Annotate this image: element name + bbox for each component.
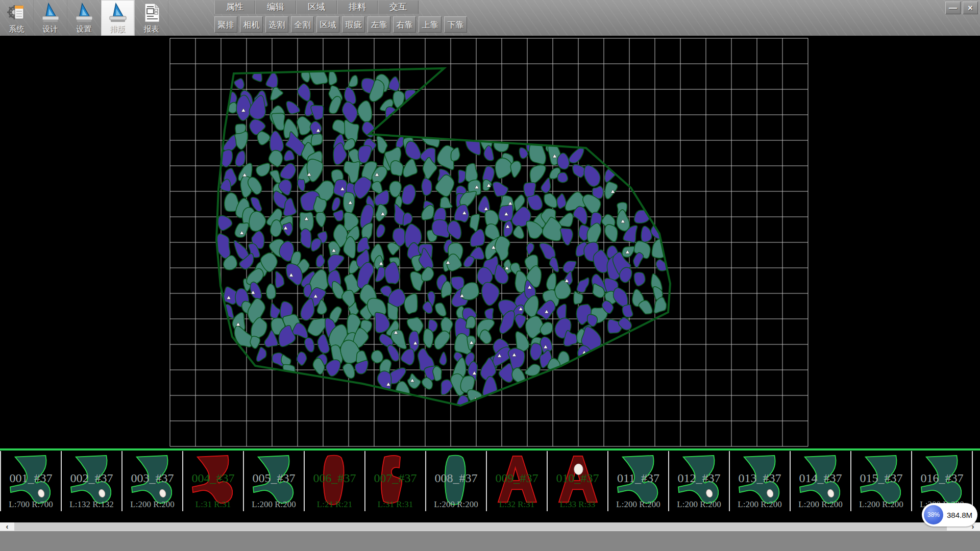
main-button-label: 系统 bbox=[9, 24, 24, 34]
piece-lr-label: L:200 R:200 bbox=[426, 499, 486, 510]
scrollbar-thumb[interactable] bbox=[14, 522, 947, 531]
main-button-label: 设置 bbox=[77, 24, 92, 34]
main-toolbar: 系统设计设置排版报表 bbox=[0, 0, 168, 36]
piece-id-label: 002_#37 bbox=[62, 471, 121, 485]
tool-button-select-cut[interactable]: 选割 bbox=[265, 16, 288, 33]
nested-pieces bbox=[215, 65, 668, 414]
piece-thumbnail[interactable]: 007_#37L:31 R:31 bbox=[365, 451, 426, 511]
set-square-icon bbox=[40, 3, 61, 23]
piece-id-label: 0 bbox=[973, 471, 980, 485]
piece-lr-label: L:200 R:200 bbox=[791, 499, 850, 510]
piece-lr-label: L:200 R:200 bbox=[122, 499, 182, 510]
tool-button-region[interactable]: 区域 bbox=[316, 16, 339, 33]
piece-lr-label: L:33 R:33 bbox=[548, 499, 607, 510]
tool-buttons: 聚排相机选割全割区域瑕疵左靠右靠上靠下靠 bbox=[214, 16, 470, 35]
piece-thumbnail[interactable]: 001_#37L:700 R:700 bbox=[0, 451, 62, 511]
piece-id-label: 009_#37 bbox=[487, 471, 547, 485]
piece-lr-label: L:32 R:31 bbox=[487, 499, 547, 510]
piece-thumbnail[interactable]: 008_#37L:200 R:200 bbox=[426, 451, 487, 511]
pieces-strip: 001_#37L:700 R:700002_#37L:132 R:132003_… bbox=[0, 448, 980, 522]
piece-id-label: 006_#37 bbox=[305, 471, 364, 485]
piece-thumbnail[interactable]: 006_#37L:21 R:21 bbox=[305, 451, 365, 511]
piece-id-label: 015_#37 bbox=[851, 471, 911, 485]
status-bar bbox=[0, 531, 980, 551]
piece-id-label: 016_#37 bbox=[912, 471, 972, 485]
main-button-design[interactable]: 设计 bbox=[34, 0, 67, 36]
piece-lr-label: L:200 R:200 bbox=[608, 499, 668, 510]
piece-lr-label: L:700 R:700 bbox=[1, 499, 61, 510]
piece-thumbnail[interactable]: 005_#37L:200 R:200 bbox=[244, 451, 305, 511]
piece-thumbnail[interactable]: 004_#37L:31 R:31 bbox=[183, 451, 244, 511]
tool-button-cut-all[interactable]: 全割 bbox=[291, 16, 314, 33]
gear-icon bbox=[6, 3, 28, 23]
piece-id-label: 011_#37 bbox=[608, 471, 668, 485]
piece-thumbnail[interactable]: 011_#37L:200 R:200 bbox=[608, 451, 669, 511]
menu-tab-interact[interactable]: 交互 bbox=[378, 1, 419, 14]
menu-area: 属性编辑区域排料交互 聚排相机选割全割区域瑕疵左靠右靠上靠下靠 bbox=[214, 0, 470, 36]
main-button-report[interactable]: 报表 bbox=[135, 0, 168, 36]
nesting-canvas[interactable] bbox=[0, 36, 980, 448]
piece-thumbnail[interactable]: 009_#37L:32 R:31 bbox=[487, 451, 548, 511]
main-button-label: 设计 bbox=[43, 24, 58, 34]
tool-button-cluster-nest[interactable]: 聚排 bbox=[214, 16, 237, 33]
main-button-settings[interactable]: 设置 bbox=[67, 0, 101, 36]
piece-lr-label: L:132 R:132 bbox=[62, 499, 121, 510]
report-icon bbox=[141, 3, 162, 23]
horizontal-scrollbar[interactable]: ‹ › bbox=[0, 522, 980, 531]
piece-thumbnail[interactable]: 015_#37L:200 R:200 bbox=[851, 451, 912, 511]
menu-tab-region[interactable]: 区域 bbox=[296, 1, 337, 14]
piece-id-label: 003_#37 bbox=[122, 471, 182, 485]
usage-badge: 38% 384.8M bbox=[922, 503, 977, 527]
piece-thumbnail[interactable]: 016_#37L:200 R:200 bbox=[912, 451, 973, 511]
tool-button-snap-right[interactable]: 右靠 bbox=[393, 16, 416, 33]
piece-thumbnail[interactable]: 012_#37L:200 R:200 bbox=[669, 451, 730, 511]
menu-tabs: 属性编辑区域排料交互 bbox=[214, 1, 470, 15]
piece-lr-label: L:200 R:200 bbox=[244, 499, 304, 510]
nesting-drawing bbox=[0, 36, 980, 448]
piece-thumbnail[interactable]: 014_#37L:200 R:200 bbox=[791, 451, 851, 511]
piece-thumbnail[interactable]: 013_#37L:200 R:200 bbox=[730, 451, 791, 511]
piece-lr-label: L:21 R:21 bbox=[305, 499, 364, 510]
percent-indicator: 38% bbox=[924, 505, 943, 524]
tool-button-camera[interactable]: 相机 bbox=[240, 16, 263, 33]
piece-thumbnails: 001_#37L:700 R:700002_#37L:132 R:132003_… bbox=[0, 451, 980, 512]
minimize-button[interactable]: — bbox=[945, 2, 961, 14]
piece-lr-label: L:200 R:200 bbox=[730, 499, 790, 510]
app-window: 系统设计设置排版报表 属性编辑区域排料交互 聚排相机选割全割区域瑕疵左靠右靠上靠… bbox=[0, 0, 980, 551]
piece-id-label: 004_#37 bbox=[183, 471, 243, 485]
piece-id-label: 013_#37 bbox=[730, 471, 790, 485]
close-button[interactable]: × bbox=[963, 2, 978, 14]
main-button-system[interactable]: 系统 bbox=[0, 0, 34, 36]
piece-id-label: 008_#37 bbox=[426, 471, 486, 485]
piece-id-label: 001_#37 bbox=[1, 471, 61, 485]
set-square-icon bbox=[107, 3, 129, 23]
piece-lr-label: L:31 R:31 bbox=[365, 499, 425, 510]
tool-button-snap-up[interactable]: 上靠 bbox=[419, 16, 442, 33]
piece-lr-label: L:200 R:200 bbox=[851, 499, 911, 510]
piece-id-label: 012_#37 bbox=[669, 471, 729, 485]
piece-thumbnail[interactable]: 010_#37L:33 R:33 bbox=[548, 451, 608, 511]
piece-id-label: 014_#37 bbox=[791, 471, 850, 485]
window-controls: — × bbox=[945, 2, 978, 14]
piece-id-label: 010_#37 bbox=[548, 471, 607, 485]
main-button-nesting[interactable]: 排版 bbox=[101, 0, 135, 36]
piece-lr-label: L:200 R:200 bbox=[669, 499, 729, 510]
piece-thumbnail[interactable]: 002_#37L:132 R:132 bbox=[62, 451, 122, 511]
set-square-icon bbox=[74, 3, 95, 23]
tool-button-defect[interactable]: 瑕疵 bbox=[342, 16, 365, 33]
menu-tab-nest[interactable]: 排料 bbox=[337, 1, 378, 14]
memory-usage-label: 384.8M bbox=[947, 511, 972, 519]
tool-button-snap-down[interactable]: 下靠 bbox=[444, 16, 467, 33]
piece-id-label: 005_#37 bbox=[244, 471, 304, 485]
main-button-label: 报表 bbox=[144, 24, 159, 34]
piece-thumbnail[interactable]: 0L: bbox=[973, 451, 980, 511]
main-button-label: 排版 bbox=[110, 24, 126, 34]
toolbar: 系统设计设置排版报表 属性编辑区域排料交互 聚排相机选割全割区域瑕疵左靠右靠上靠… bbox=[0, 0, 980, 36]
scroll-left-button[interactable]: ‹ bbox=[0, 522, 14, 531]
piece-thumbnail[interactable]: 003_#37L:200 R:200 bbox=[122, 451, 183, 511]
menu-tab-properties[interactable]: 属性 bbox=[214, 1, 255, 14]
piece-id-label: 007_#37 bbox=[365, 471, 425, 485]
tool-button-snap-left[interactable]: 左靠 bbox=[368, 16, 390, 33]
piece-lr-label: L:31 R:31 bbox=[183, 499, 243, 510]
menu-tab-edit[interactable]: 编辑 bbox=[255, 1, 296, 14]
